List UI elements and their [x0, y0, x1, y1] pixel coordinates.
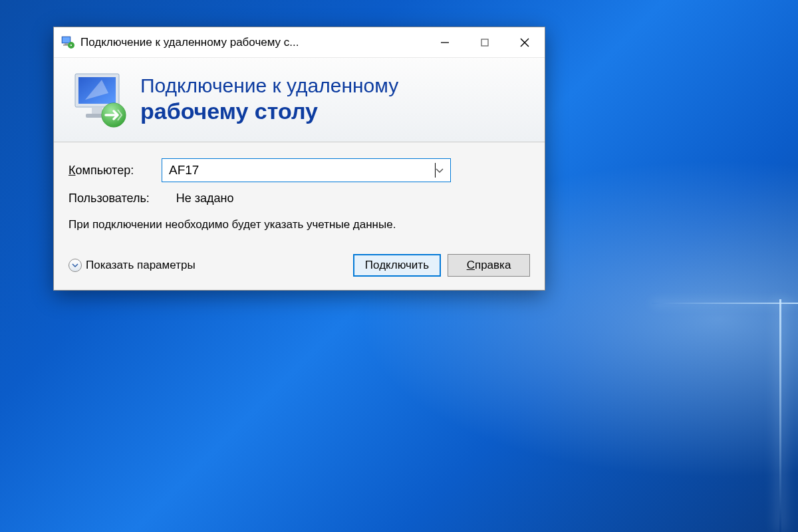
svg-rect-6: [481, 39, 488, 46]
rdp-dialog: Подключение к удаленному рабочему с...: [53, 27, 545, 291]
computer-value: AF17: [169, 163, 434, 178]
svg-rect-1: [63, 37, 70, 43]
user-label: Пользователь:: [68, 192, 150, 205]
rdp-icon: [68, 70, 128, 128]
form-area: Компьютер: AF17 Пользователь: Не задано …: [54, 142, 545, 290]
close-button[interactable]: [505, 27, 545, 57]
help-button[interactable]: Справка: [448, 254, 530, 277]
banner: Подключение к удаленному рабочему столу: [54, 58, 545, 142]
titlebar[interactable]: Подключение к удаленному рабочему с...: [54, 27, 545, 58]
minimize-button[interactable]: [425, 27, 465, 57]
computer-label: Компьютер:: [68, 164, 162, 178]
user-value: Не задано: [176, 192, 234, 205]
svg-rect-2: [65, 43, 68, 45]
computer-combobox[interactable]: AF17: [162, 158, 451, 182]
app-icon: [61, 35, 75, 50]
maximize-button[interactable]: [465, 27, 505, 57]
show-options-toggle[interactable]: Показать параметры: [68, 259, 346, 272]
banner-title-line1: Подключение к удаленному: [140, 74, 398, 97]
chevron-down-icon[interactable]: [436, 166, 444, 176]
svg-rect-11: [92, 107, 102, 114]
chevron-down-circle-icon: [68, 259, 82, 272]
banner-title-line2: рабочему столу: [140, 98, 398, 124]
show-options-label: Показать параметры: [86, 259, 196, 272]
credentials-hint: При подключении необходимо будет указать…: [68, 217, 530, 233]
window-title: Подключение к удаленному рабочему с...: [80, 36, 425, 49]
connect-button[interactable]: Подключить: [353, 254, 441, 277]
